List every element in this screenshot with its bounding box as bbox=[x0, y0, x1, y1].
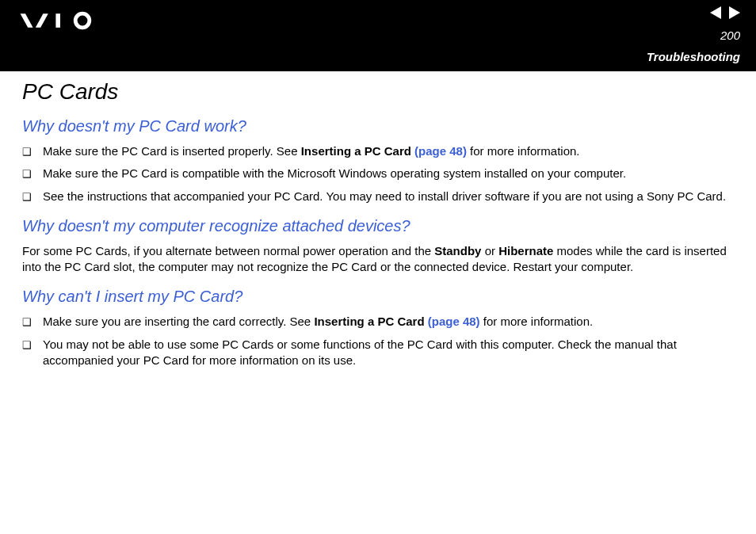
question-1-list: ❑ Make sure the PC Card is inserted prop… bbox=[22, 143, 734, 204]
bullet-icon: ❑ bbox=[22, 145, 32, 159]
nav-arrows bbox=[710, 6, 740, 19]
bullet-icon: ❑ bbox=[22, 315, 32, 330]
list-item: ❑ See the instructions that accompanied … bbox=[22, 189, 734, 204]
header-bar: 200 Troubleshooting bbox=[0, 0, 756, 71]
list-item: ❑ You may not be able to use some PC Car… bbox=[22, 337, 734, 369]
question-2-heading: Why doesn't my computer recognize attach… bbox=[22, 217, 734, 235]
svg-point-1 bbox=[75, 13, 90, 28]
section-label: Troubleshooting bbox=[647, 50, 740, 63]
bullet-text: See the instructions that accompanied yo… bbox=[43, 189, 734, 204]
bullet-icon: ❑ bbox=[22, 338, 32, 353]
question-3-heading: Why can't I insert my PC Card? bbox=[22, 288, 734, 306]
vaio-logo bbox=[14, 11, 125, 30]
bullet-text: Make sure the PC Card is compatible with… bbox=[43, 166, 734, 181]
paragraph: For some PC Cards, if you alternate betw… bbox=[22, 243, 734, 276]
question-3-list: ❑ Make sure you are inserting the card c… bbox=[22, 314, 734, 368]
svg-rect-0 bbox=[55, 13, 60, 28]
bullet-text: Make sure the PC Card is inserted proper… bbox=[43, 143, 734, 159]
prev-page-button[interactable] bbox=[710, 6, 721, 19]
page-link[interactable]: (page 48) bbox=[428, 315, 480, 328]
page-title: PC Cards bbox=[22, 79, 734, 105]
bullet-text: Make sure you are inserting the card cor… bbox=[43, 314, 734, 330]
page-link[interactable]: (page 48) bbox=[414, 144, 467, 158]
bullet-icon: ❑ bbox=[22, 167, 32, 181]
bullet-icon: ❑ bbox=[22, 190, 32, 204]
list-item: ❑ Make sure you are inserting the card c… bbox=[22, 314, 734, 330]
next-page-button[interactable] bbox=[729, 6, 740, 19]
question-1-heading: Why doesn't my PC Card work? bbox=[22, 117, 734, 135]
list-item: ❑ Make sure the PC Card is inserted prop… bbox=[22, 143, 734, 159]
bullet-text: You may not be able to use some PC Cards… bbox=[43, 337, 734, 369]
content-area: PC Cards Why doesn't my PC Card work? ❑ … bbox=[0, 71, 756, 368]
list-item: ❑ Make sure the PC Card is compatible wi… bbox=[22, 166, 734, 181]
nav-area bbox=[710, 6, 740, 19]
page-number: 200 bbox=[720, 29, 740, 42]
